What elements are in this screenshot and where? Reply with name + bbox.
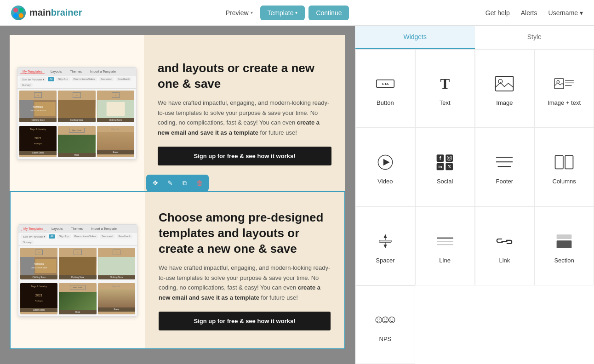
mockup-tab-layouts: Layouts [48,69,64,74]
widget-line-label: Line [439,257,451,264]
widget-line[interactable]: Line [415,207,475,285]
svg-point-2 [13,13,18,18]
image-icon [493,73,515,95]
svg-point-67 [379,318,380,319]
email-block-2[interactable]: My Templates Layouts Themes Import a Tem… [10,191,345,349]
mockup-grid-row1: ⌂ SUMMERCOLLECTION 2024 Clothing Store ⌂ [17,89,136,124]
widget-image-text[interactable]: Image + text [534,49,594,128]
email-block-1-text: and layouts or create a new one & save W… [144,46,345,180]
mockup-card-1-label: Clothing Store [19,118,57,122]
svg-rect-42 [446,155,453,162]
mockup2-card-6: Event Co. Event [98,283,135,314]
username-link[interactable]: Username ▾ [548,9,583,17]
filter-seasonal: Seasonal [99,77,114,81]
filter-signup: Sign Up [56,77,69,81]
social-icon: f in 𝕏 [434,151,456,173]
svg-text:CTA: CTA [382,82,389,86]
email-block-2-cta[interactable]: Sign up for free & see how it works! [159,312,331,330]
right-panel: Widgets Style CTA Button T [355,26,594,364]
continue-button[interactable]: Continue [308,6,349,20]
section-icon [553,230,575,252]
svg-text:in: in [438,165,442,170]
widget-spacer[interactable]: Spacer [355,207,415,285]
spacer-icon [374,230,396,252]
svg-rect-63 [557,234,572,239]
panel-tabs: Widgets Style [355,26,594,49]
mockup-filters: Sort by Purpose ▾ All Sign Up Promotions… [17,76,136,89]
columns-icon [553,151,575,173]
filter2-feedback: Feedback [117,234,132,239]
widget-nps[interactable]: NPS [355,285,415,364]
widget-image-label: Image [496,99,513,106]
widget-columns[interactable]: Columns [534,128,594,206]
filter-promo: Promotions/Sales [72,77,97,81]
mockup-card-5-label: Hotel [58,153,95,157]
filter-all: All [48,77,55,81]
widget-image[interactable]: Image [475,49,535,128]
canvas-area[interactable]: My Templates Layouts Themes Import a Tem… [0,26,355,364]
widget-section[interactable]: Section [534,207,594,285]
copy-button[interactable]: ⧉ [178,176,191,189]
delete-button[interactable]: 🗑 [193,176,206,189]
mockup2-card-5-label: Hotel [59,310,96,314]
get-help-link[interactable]: Get help [485,9,510,17]
filter2-all: All [49,234,56,239]
mockup-tab-import: Import a Template [88,69,118,74]
mockup2-card-3-label: Clothing Store [98,275,135,279]
widget-link-label: Link [499,257,510,264]
button-icon: CTA [374,73,396,95]
mockup-card-3-label: Clothing Store [97,118,134,122]
tab-widgets[interactable]: Widgets [355,26,475,49]
email-block-1-cta[interactable]: Sign up for free & see how it works! [158,147,331,165]
mockup-card-6-label: Event [97,150,134,154]
widget-button[interactable]: CTA Button [355,49,415,128]
nav-template[interactable]: Template ▾ [260,6,305,20]
widget-video[interactable]: Video [355,128,415,206]
link-icon [493,230,515,252]
header-right: Get help Alerts Username ▾ [485,9,583,17]
svg-text:2021: 2021 [34,136,42,140]
email-block-1-heading: and layouts or create a new one & save [158,61,331,92]
filter2-signup: Sign Up [57,234,70,239]
nav-preview[interactable]: Preview ▾ [218,6,260,20]
svg-marker-56 [383,234,387,238]
svg-rect-6 [34,102,56,116]
svg-rect-54 [565,156,573,169]
svg-text:SUMMER: SUMMER [33,106,44,108]
line-icon [434,230,456,252]
move-button[interactable]: ✥ [149,176,162,189]
email-block-1-image: My Templates Layouts Themes Import a Tem… [10,35,144,191]
widget-link[interactable]: Link [475,207,535,285]
mockup-card-2: ⌂ Clothing Store [58,91,95,122]
mockup2-card-1: ⌂ SUMMERCOLLECTION 2024 Clothing Store [20,248,57,279]
tab-style[interactable]: Style [475,26,594,49]
svg-text:SUMMER: SUMMER [34,263,45,266]
svg-rect-20 [35,259,57,273]
block-toolbar: ✥ ✎ ⧉ 🗑 [146,175,209,191]
svg-point-66 [377,318,378,319]
edit-button[interactable]: ✎ [164,176,177,189]
svg-text:COLLECTION 2024: COLLECTION 2024 [31,267,47,269]
mockup2-grid-row2: Bags & Jewelry 2021Packages Latest Deals… [18,281,137,316]
svg-rect-31 [496,76,514,91]
mockup-card-4: Bags & Jewelry 2021Packages Latest Deals [19,126,57,157]
email-block-1-body: We have crafted impactful, engaging, and… [158,98,331,137]
mockup2-card-6-label: Event [98,307,135,312]
svg-rect-58 [379,240,391,242]
email-block-1[interactable]: My Templates Layouts Themes Import a Tem… [10,35,345,191]
svg-text:2021: 2021 [35,294,43,297]
main-layout: My Templates Layouts Themes Import a Tem… [0,26,594,364]
svg-text:𝕏: 𝕏 [447,165,451,170]
svg-text:f: f [439,156,441,161]
widget-footer[interactable]: Footer [475,128,535,206]
widget-social[interactable]: f in 𝕏 Social [415,128,475,206]
svg-rect-25 [21,290,57,308]
mockup2-card-3: ⌂ Clothing Store [98,248,135,279]
mockup2-grid-row1: ⌂ SUMMERCOLLECTION 2024 Clothing Store ⌂ [18,246,137,281]
svg-point-72 [389,317,395,323]
mockup-grid-row2: Bags & Jewelry 2021Packages Latest Deals… [17,124,136,159]
widget-nps-label: NPS [379,336,392,342]
alerts-link[interactable]: Alerts [521,9,537,17]
widget-text[interactable]: T Text [415,49,475,128]
svg-point-74 [393,318,394,319]
